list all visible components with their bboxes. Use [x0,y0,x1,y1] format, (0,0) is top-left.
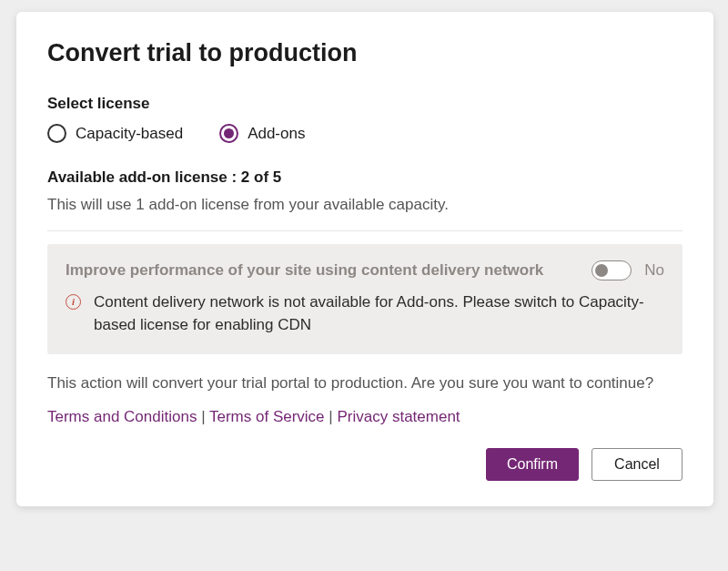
terms-and-conditions-link[interactable]: Terms and Conditions [47,408,197,425]
radio-add-ons[interactable]: Add-ons [219,124,305,143]
link-separator: | [325,408,338,425]
cancel-button[interactable]: Cancel [592,448,682,481]
select-license-label: Select license [47,95,682,113]
legal-links: Terms and Conditions | Terms of Service … [47,408,682,426]
info-icon: i [66,294,81,310]
cdn-toggle-state: No [644,261,664,280]
radio-icon-selected [219,124,238,143]
confirm-button[interactable]: Confirm [486,448,579,481]
dialog-title: Convert trial to production [47,39,682,67]
terms-of-service-link[interactable]: Terms of Service [209,408,325,425]
radio-icon [47,124,66,143]
cdn-header-row: Improve performance of your site using c… [66,260,664,280]
cdn-heading: Improve performance of your site using c… [66,261,543,280]
confirm-warning-text: This action will convert your trial port… [47,372,682,395]
radio-capacity-based[interactable]: Capacity-based [47,124,183,143]
cdn-info-row: i Content delivery network is not availa… [66,291,664,336]
usage-description: This will use 1 add-on license from your… [47,196,682,214]
license-radio-group: Capacity-based Add-ons [47,124,682,143]
cdn-message: Content delivery network is not availabl… [94,291,664,336]
available-license-count: Available add-on license : 2 of 5 [47,168,682,187]
cdn-toggle-wrap: No [592,260,664,280]
radio-label: Add-ons [248,125,305,143]
cdn-toggle[interactable] [592,260,632,280]
radio-label: Capacity-based [76,125,183,143]
divider [47,230,682,231]
privacy-statement-link[interactable]: Privacy statement [337,408,460,425]
link-separator: | [197,408,209,425]
cdn-panel: Improve performance of your site using c… [47,244,682,354]
convert-trial-dialog: Convert trial to production Select licen… [16,12,713,506]
dialog-button-row: Confirm Cancel [47,448,682,481]
toggle-knob-icon [595,264,608,277]
